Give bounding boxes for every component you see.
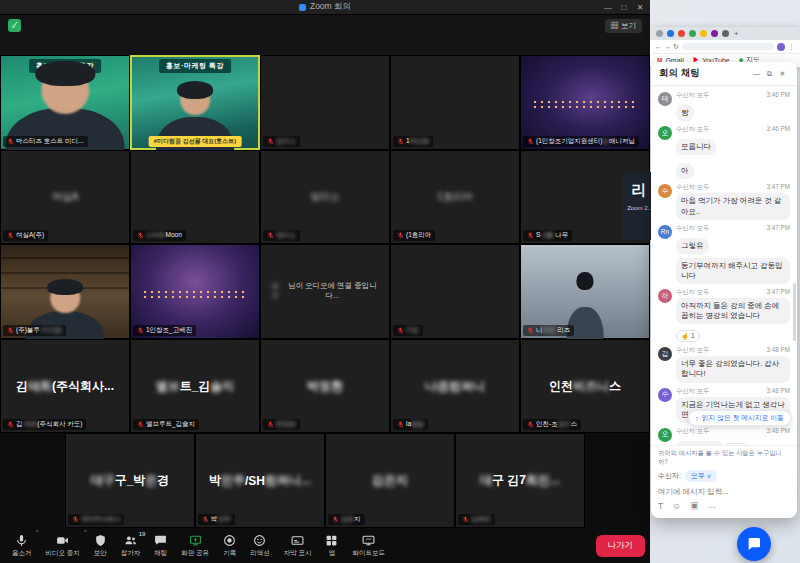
toolbar-reactions-button[interactable]: 리액션 xyxy=(243,528,277,563)
participant-name-label: 김이나 xyxy=(263,136,300,147)
toolbar-stop-video-button[interactable]: ^비디오 중지 xyxy=(39,528,87,563)
browser-tab[interactable] xyxy=(667,30,674,37)
browser-tab[interactable] xyxy=(656,30,663,37)
participant-tile[interactable]: 1인창조_고베진 xyxy=(130,244,260,339)
share-screen-icon xyxy=(189,534,202,547)
maximize-button[interactable]: □ xyxy=(616,3,632,12)
participant-tile[interactable]: 니체로 리즈 xyxy=(520,244,650,339)
participant-tile[interactable]: (1인창조기업지원센터)김매니저님 xyxy=(520,55,650,150)
toolbar-record-button[interactable]: 기록 xyxy=(216,528,243,563)
recipient-row: 수신자: 모두 ˅ xyxy=(658,470,790,482)
participant-tile[interactable]: 인천비즈니스인천-조경수스 xyxy=(520,339,650,434)
participant-tile[interactable]: 여실A여실A(주) xyxy=(0,150,130,245)
participant-tile[interactable]: 1박선영 xyxy=(390,55,520,150)
screenshot-icon[interactable]: ▣ xyxy=(690,501,699,513)
emoji-icon[interactable]: ☺ xyxy=(672,501,681,513)
chat-message: 테수신자:모두3:46 PM짱 xyxy=(658,91,790,121)
toolbar-label: 참가자 xyxy=(121,549,141,558)
message-input[interactable] xyxy=(658,485,790,498)
profile-avatar[interactable] xyxy=(777,43,785,51)
participant-name: 스마트Moon xyxy=(146,231,182,240)
view-button[interactable]: ▦ 보기 xyxy=(605,19,643,33)
participant-name-label: (주)블루-이사장 xyxy=(3,325,66,336)
privacy-note-link[interactable]: 귀하의 메시지를 볼 수 있는 사람은 누구입니까? xyxy=(658,449,790,467)
new-tab-button[interactable]: + xyxy=(734,29,739,38)
timestamp: 3:48 PM xyxy=(767,427,790,436)
browser-nav-buttons[interactable]: ← → ↻ xyxy=(655,43,679,51)
participant-tile[interactable]: 홍보·마케팅 특강마스터즈 호스트 미디... xyxy=(0,55,130,150)
toolbar-share-screen-button[interactable]: 화면 공유 xyxy=(174,528,216,563)
participant-tile[interactable]: 김이나 xyxy=(260,55,390,150)
message-meta: 수신자:모두3:46 PM xyxy=(676,91,790,100)
participant-name-label: 김희진 xyxy=(458,514,495,525)
participant-tile[interactable]: 김수님이 오디오에 연결 중입니다... xyxy=(260,244,390,339)
recipient-label: 수신자: xyxy=(658,471,681,481)
toolbar-mute-button[interactable]: ^음소거 xyxy=(5,528,39,563)
message-body: 수신자:모두3:47 PM그렇유 xyxy=(676,224,790,254)
participant-name: (1효리아 xyxy=(406,231,431,240)
window-title: Zoom 회의 xyxy=(310,1,351,13)
mic-off-icon xyxy=(527,232,534,239)
participant-name: 여실A(주) xyxy=(16,231,44,240)
toolbar-chat-button[interactable]: 채팅 xyxy=(147,528,174,563)
participant-tile[interactable]: 1효리아(1효리아 xyxy=(390,150,520,245)
participant-tile[interactable]: 스마트Moon xyxy=(130,150,260,245)
participants-icon xyxy=(124,534,137,547)
browser-tab[interactable] xyxy=(711,30,718,37)
mic-off-icon xyxy=(137,421,144,428)
participant-tile[interactable]: 홍보·마케팅 특강#미디랩걸 김선물 대표(호스트) xyxy=(130,55,260,150)
timestamp: 3:46 PM xyxy=(767,91,790,100)
popout-button[interactable]: ⧉ xyxy=(763,70,776,78)
participant-name: 마스터즈 호스트 미디... xyxy=(16,137,84,146)
leave-button[interactable]: 나가기 xyxy=(596,535,646,557)
jump-to-unread-tooltip[interactable]: ↑ 읽지 않은 첫 메시지로 이동 xyxy=(688,410,791,426)
silhouette-hair xyxy=(47,279,83,295)
participant-name-label: 김은지 xyxy=(328,514,365,525)
participant-name: 김 태희(주식회사 카도) xyxy=(16,420,82,429)
toolbar-whiteboard-button[interactable]: 화이트보드 xyxy=(345,528,392,563)
participant-tile[interactable]: 정미소정미소 xyxy=(260,150,390,245)
toolbar-participants-button[interactable]: 19참가자 xyxy=(114,528,148,563)
minimize-button[interactable]: — xyxy=(600,3,616,12)
toolbar-security-button[interactable]: 보안 xyxy=(87,528,114,563)
participant-tile[interactable]: 이든 xyxy=(390,244,520,339)
mic-off-icon xyxy=(7,138,14,145)
message-reaction[interactable]: ☺ ♡ xyxy=(724,443,749,445)
message-meta: 수신자:모두3:48 PM xyxy=(676,346,790,355)
more-icon[interactable]: ⋯ xyxy=(707,501,716,513)
participant-name-label: (1효리아 xyxy=(393,230,435,241)
participant-tile[interactable]: 대구구_박은경큐브주식회사 xyxy=(65,433,195,528)
format-icon[interactable]: T xyxy=(658,501,663,513)
zoom-meeting-window: Zoom 회의 —□✕ ✓ ▦ 보기 홍보·마케팅 특강마스터즈 호스트 미디.… xyxy=(0,0,650,563)
chat-message-list[interactable]: 테수신자:모두3:46 PM짱오수신자:모두3:46 PM모릅니다아수수신자:모… xyxy=(651,86,797,445)
participant-tile[interactable]: 김태희(주식회사...김 태희(주식회사 카도) xyxy=(0,339,130,434)
participant-count-badge: 19 xyxy=(139,531,146,537)
browser-tab[interactable] xyxy=(678,30,685,37)
participant-tile[interactable]: 김은지김은지 xyxy=(325,433,455,528)
browser-menu-icon[interactable]: ⋮ xyxy=(788,43,795,51)
participant-name-label: 큐브주식회사 xyxy=(68,514,124,525)
message-body: 수신자:모두3:48 PM감사합니다☺ ♡ xyxy=(676,427,790,445)
recipient-selector[interactable]: 모두 ˅ xyxy=(685,470,717,482)
participant-tile[interactable]: 박민주/SH컴퍼니...박민주 xyxy=(195,433,325,528)
participant-tile[interactable]: 엘브트_김슬지엘브루트_김슬지 xyxy=(130,339,260,434)
participant-name-label: 이든 xyxy=(393,325,423,336)
zoom-team-chat-fab[interactable] xyxy=(737,527,771,561)
participant-name: 정미소 xyxy=(276,231,296,240)
minimize-button[interactable]: — xyxy=(750,70,763,78)
participant-tile[interactable]: 나겸컴퍼니la엠컴 xyxy=(390,339,520,434)
participant-tile[interactable]: (주)블루-이사장 xyxy=(0,244,130,339)
browser-tab[interactable] xyxy=(689,30,696,37)
participant-tile[interactable]: 박정환박정환 xyxy=(260,339,390,434)
browser-tab[interactable] xyxy=(722,30,729,37)
toolbar-apps-button[interactable]: 앱 xyxy=(318,528,345,563)
address-bar[interactable] xyxy=(682,43,774,50)
browser-tab[interactable] xyxy=(700,30,707,37)
toolbar-captions-button[interactable]: 자막 표시 xyxy=(277,528,319,563)
security-shield-icon[interactable]: ✓ xyxy=(8,19,21,32)
close-button[interactable]: ✕ xyxy=(776,70,789,78)
participant-tile[interactable]: 대구 김7희진...김희진 xyxy=(455,433,585,528)
message-reaction[interactable]: ☝ 1 xyxy=(676,330,700,342)
close-button[interactable]: ✕ xyxy=(632,3,648,12)
toolbar-label: 채팅 xyxy=(154,549,167,558)
